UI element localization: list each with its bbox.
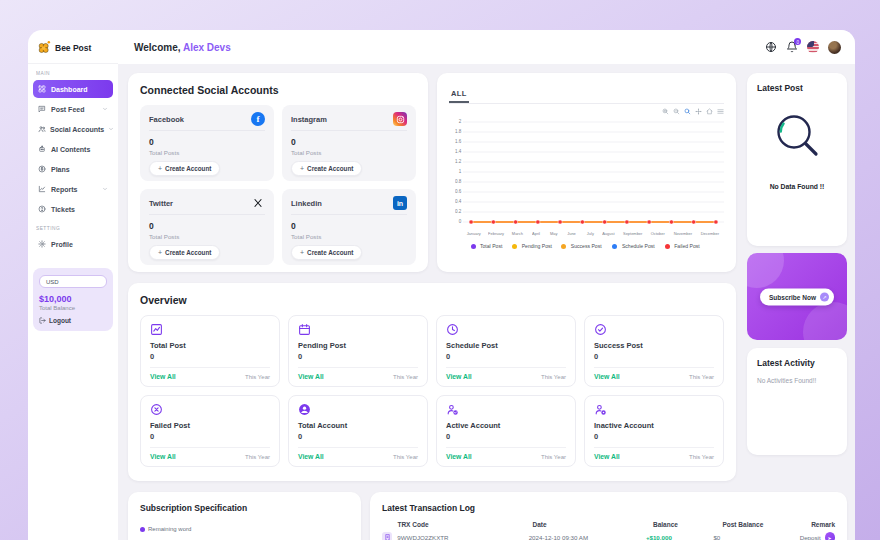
sidebar-item-social-accounts[interactable]: Social Accounts: [33, 120, 113, 138]
subscribe-banner: Subscribe Now ↗: [747, 253, 847, 340]
chart-line-icon: [150, 323, 270, 336]
legend-item[interactable]: Schedule Post: [612, 243, 658, 249]
social-tile-facebook: Facebook f 0 Total Posts +Create Account: [140, 105, 274, 181]
connected-social-accounts-card: Connected Social Accounts Facebook f 0 T…: [128, 73, 428, 272]
sidebar-item-tickets[interactable]: Tickets: [33, 200, 113, 218]
overview-card: Overview Total Post 0 View AllThis Year …: [128, 283, 736, 481]
table-header-row: TRX Code Date Balance Post Balance Remar…: [382, 521, 835, 528]
overview-tile-inactive-account: Inactive Account 0 View AllThis Year: [584, 395, 724, 467]
selection-zoom-icon[interactable]: [684, 108, 691, 116]
sidebar-item-reports[interactable]: Reports: [33, 180, 113, 198]
calendar-icon: [298, 323, 418, 336]
user-avatar[interactable]: [828, 41, 841, 54]
section-title: Latest Transaction Log: [382, 503, 835, 513]
section-title: Subscription Specification: [140, 503, 349, 513]
x-circle-icon: [150, 403, 270, 416]
brand-name: Bee Post: [55, 43, 91, 53]
view-all-link[interactable]: View All: [446, 373, 472, 380]
currency-select[interactable]: USD: [39, 275, 107, 288]
view-all-link[interactable]: View All: [150, 373, 176, 380]
view-all-link[interactable]: View All: [594, 373, 620, 380]
create-account-button[interactable]: +Create Account: [291, 161, 362, 176]
column-trx-code: TRX Code: [397, 521, 532, 528]
gear-icon: [38, 240, 47, 248]
receipt-icon: [382, 532, 392, 540]
main-content: Welcome, Alex Devs 0 Connected Social Ac…: [118, 30, 855, 540]
tab-all[interactable]: ALL: [449, 89, 469, 103]
logout-button[interactable]: Logout: [39, 317, 107, 324]
brand-logo-row: Bee Post: [28, 30, 118, 64]
column-balance: Balance: [653, 521, 722, 528]
sidebar-item-dashboard[interactable]: Dashboard: [33, 80, 113, 98]
card-title: Latest Activity: [757, 358, 837, 368]
social-tile-instagram: Instagram 0 Total Posts +Create Account: [282, 105, 416, 181]
table-row: 9WWDJQ2ZKXTR 2024-12-10 09:30 AM +$10,00…: [382, 532, 835, 540]
notification-bell-icon[interactable]: 0: [786, 41, 798, 53]
overview-tile-active-account: Active Account 0 View AllThis Year: [436, 395, 576, 467]
sidebar: Bee Post MAIN Dashboard Post Feed Social…: [28, 30, 118, 540]
total-posts-value: 0: [291, 137, 407, 147]
view-all-link[interactable]: View All: [594, 453, 620, 460]
reports-icon: [38, 185, 47, 193]
no-data-text: No Data Found !!: [757, 183, 837, 190]
total-balance-label: Total Balance: [39, 305, 107, 311]
plans-icon: [38, 165, 47, 173]
sidebar-item-ai-contents[interactable]: AI Contents: [33, 140, 113, 158]
post-feed-icon: [38, 105, 47, 113]
legend-item[interactable]: Total Post: [471, 243, 504, 249]
bee-logo-icon: [36, 40, 51, 55]
chart-toolbar: [449, 108, 724, 116]
user-check-icon: [446, 403, 566, 416]
chevron-down-icon: [102, 186, 108, 192]
social-tile-twitter: Twitter 0 Total Posts +Create Account: [140, 189, 274, 265]
legend-item[interactable]: Failed Post: [665, 243, 702, 249]
chart-x-axis: JanuaryFebruaryMarchAprilMayJuneJulyAugu…: [463, 230, 724, 239]
top-header: Welcome, Alex Devs 0: [118, 30, 855, 64]
view-all-link[interactable]: View All: [446, 453, 472, 460]
create-account-button[interactable]: +Create Account: [291, 245, 362, 260]
posts-chart-card: ALL 21.81.61.41.210.80.60.40.20 JanuaryF…: [437, 73, 736, 272]
theme-globe-icon[interactable]: [765, 41, 777, 53]
view-all-link[interactable]: View All: [150, 453, 176, 460]
create-account-button[interactable]: +Create Account: [149, 245, 220, 260]
zoom-in-icon[interactable]: [662, 108, 669, 116]
home-icon[interactable]: [706, 108, 713, 116]
create-account-button[interactable]: +Create Account: [149, 161, 220, 176]
view-all-link[interactable]: View All: [298, 373, 324, 380]
user-circle-icon: [298, 403, 418, 416]
chart-y-axis: 21.81.61.41.210.80.60.40.20: [449, 118, 463, 230]
chart-canvas: [463, 118, 724, 230]
nav-section-main: MAIN: [28, 66, 100, 78]
total-posts-value: 0: [149, 221, 265, 231]
chart-legend: Total PostPending PostSuccess PostSchedu…: [449, 243, 724, 249]
legend-item[interactable]: Success Post: [561, 243, 604, 249]
sidebar-item-profile[interactable]: Profile: [33, 235, 113, 253]
menu-icon[interactable]: [717, 108, 724, 116]
column-remark: Remark: [811, 521, 835, 528]
overview-tile-success-post: Success Post 0 View AllThis Year: [584, 315, 724, 387]
view-all-link[interactable]: View All: [298, 453, 324, 460]
chart-tab-bar: ALL: [449, 82, 724, 104]
overview-tile-failed-post: Failed Post 0 View AllThis Year: [140, 395, 280, 467]
column-post-balance: Post Balance: [722, 521, 811, 528]
social-accounts-icon: [38, 125, 46, 133]
overview-tile-total-account: Total Account 0 View AllThis Year: [288, 395, 428, 467]
no-data-magnifier-icon: [769, 109, 825, 165]
section-title: Overview: [140, 294, 724, 306]
check-circle-icon: [594, 323, 714, 336]
row-action-button[interactable]: ➤: [825, 532, 835, 540]
no-activity-text: No Activities Found!!: [757, 377, 837, 384]
sidebar-item-post-feed[interactable]: Post Feed: [33, 100, 113, 118]
tickets-icon: [38, 205, 47, 213]
pan-icon[interactable]: [695, 108, 702, 116]
user-name: Alex Devs: [183, 42, 231, 53]
us-flag-icon[interactable]: [807, 41, 819, 53]
legend-item[interactable]: Pending Post: [512, 243, 555, 249]
latest-activity-card: Latest Activity No Activities Found!!: [747, 348, 847, 455]
wallet-card: USD $10,000 Total Balance Logout: [33, 268, 113, 331]
sidebar-item-plans[interactable]: Plans: [33, 160, 113, 178]
zoom-out-icon[interactable]: [673, 108, 680, 116]
total-posts-label: Total Posts: [291, 233, 407, 240]
subscribe-now-button[interactable]: Subscribe Now ↗: [760, 288, 834, 305]
user-gear-icon: [594, 403, 714, 416]
